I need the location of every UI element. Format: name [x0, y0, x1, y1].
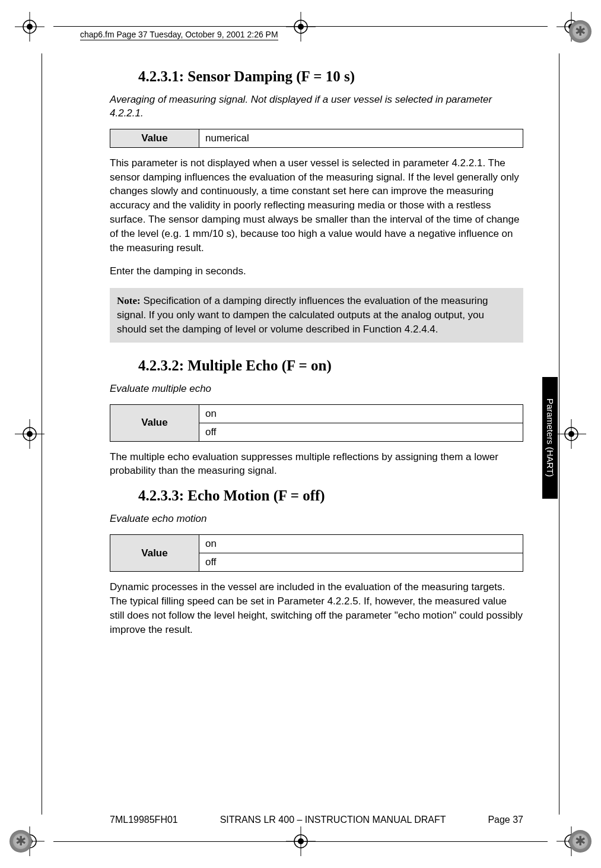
section-side-tab: Parameters (HART) — [542, 377, 558, 499]
body-paragraph: Enter the damping in seconds. — [110, 264, 523, 278]
registration-mark-icon — [286, 12, 316, 42]
frame-line — [53, 26, 548, 27]
table-label-cell: Value — [110, 535, 199, 572]
registration-mark-icon — [15, 12, 44, 42]
section-heading-echo-motion: 4.2.3.3: Echo Motion (F = off) — [138, 487, 523, 504]
page-footer: 7ML19985FH01 SITRANS LR 400 – INSTRUCTIO… — [110, 815, 523, 825]
value-table: Value on off — [110, 534, 523, 572]
section-heading-multiple-echo: 4.2.3.2: Multiple Echo (F = on) — [138, 357, 523, 374]
note-body: Specification of a damping directly infl… — [117, 295, 488, 335]
body-paragraph: This parameter is not displayed when a u… — [110, 156, 523, 255]
section-description: Evaluate echo motion — [110, 512, 523, 526]
table-value-cell: numerical — [199, 129, 523, 147]
registration-mark-icon — [15, 419, 44, 449]
footer-doc-title: SITRANS LR 400 – INSTRUCTION MANUAL DRAF… — [220, 815, 446, 825]
section-heading-sensor-damping: 4.2.3.1: Sensor Damping (F = 10 s) — [138, 68, 523, 85]
footer-page-number: Page 37 — [488, 815, 523, 825]
note-label: Note: — [117, 295, 141, 306]
table-value-cell: off — [199, 553, 523, 572]
section-description: Evaluate multiple echo — [110, 382, 523, 396]
frame-line — [53, 841, 548, 842]
value-table: Value numerical — [110, 129, 523, 148]
table-label-cell: Value — [110, 129, 199, 147]
frame-line — [42, 53, 42, 815]
binder-screw-icon — [9, 830, 32, 853]
binder-screw-icon — [569, 20, 592, 43]
table-label-cell: Value — [110, 404, 199, 441]
body-paragraph: Dynamic processes in the vessel are incl… — [110, 580, 523, 636]
page-content: 4.2.3.1: Sensor Damping (F = 10 s) Avera… — [110, 68, 523, 646]
table-value-cell: off — [199, 423, 523, 441]
section-description: Averaging of measuring signal. Not displ… — [110, 93, 523, 121]
registration-mark-icon — [557, 419, 586, 449]
value-table: Value on off — [110, 404, 523, 442]
footer-doc-number: 7ML19985FH01 — [110, 815, 178, 825]
header-file-info: chap6.fm Page 37 Tuesday, October 9, 200… — [80, 30, 278, 40]
table-value-cell: on — [199, 535, 523, 553]
frame-line — [559, 53, 559, 815]
note-callout: Note: Specification of a damping directl… — [110, 288, 523, 342]
table-value-cell: on — [199, 404, 523, 423]
binder-screw-icon — [569, 830, 592, 853]
body-paragraph: The multiple echo evaluation suppresses … — [110, 450, 523, 479]
